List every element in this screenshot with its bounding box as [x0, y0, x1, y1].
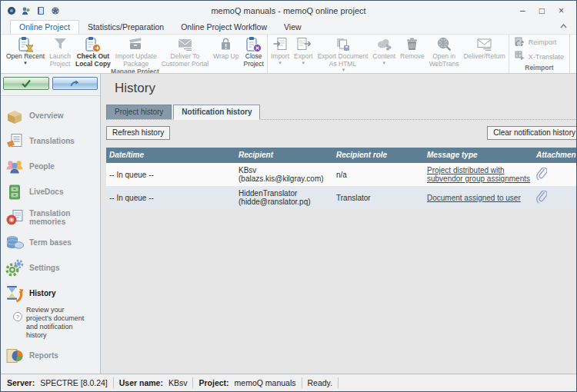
paperclip-icon[interactable] [536, 174, 547, 182]
table-row[interactable]: -- In queue -- HiddenTranslator (hidde@r… [106, 186, 577, 209]
window-controls: – □ × [520, 6, 570, 15]
tab-project-history[interactable]: Project history [106, 105, 172, 119]
message-type-link[interactable]: Document assigned to user [427, 194, 521, 202]
launch-project-button[interactable]: Launch Project [47, 35, 73, 68]
export-document-as-html-button[interactable]: Export Document As HTML ▾ [315, 35, 371, 72]
book-quick-icon[interactable] [36, 6, 45, 15]
refresh-arrow-icon [69, 77, 80, 91]
remove-label: Remove [400, 53, 425, 61]
ribbon-group-document: Import ▾ Export ▾ Export Document As HTM… [268, 35, 509, 73]
minimize-button[interactable]: – [520, 6, 525, 15]
x-translate-icon [515, 51, 525, 62]
deliver-to-customer-portal-button[interactable]: Deliver To Customer Portal [159, 35, 211, 68]
remove-button[interactable]: Remove [398, 35, 427, 72]
project-value: memoQ manuals [235, 378, 296, 387]
server-value: SPECTRE [8.0.24] [40, 378, 108, 387]
open-recent-button[interactable]: Open Recent ▾ [4, 35, 47, 68]
column-header-message-type[interactable]: Message type [424, 148, 533, 163]
column-header-datetime[interactable]: Date/time [106, 148, 235, 163]
reimport-label: Reimport [529, 38, 557, 46]
sidebar-item-translations[interactable]: Translations [1, 128, 100, 154]
export-icon [295, 36, 312, 52]
close-button[interactable]: × [559, 6, 564, 15]
help-icon[interactable]: ? [13, 312, 22, 321]
paperclip-icon[interactable] [536, 197, 547, 205]
deliver-return-label: Deliver/Return [463, 53, 505, 61]
refresh-history-button[interactable]: Refresh history [106, 126, 170, 140]
open-recent-icon [18, 36, 34, 52]
translations-icon [5, 131, 25, 151]
livedocs-icon [5, 182, 25, 202]
open-in-webtrans-button[interactable]: Open in WebTrans [427, 35, 462, 72]
status-bar: Server: SPECTRE [8.0.24] User name: KBsv… [1, 374, 576, 391]
wrap-up-button[interactable]: Wrap Up [211, 35, 241, 68]
sidebar-nav: Overview Translations People [1, 96, 100, 368]
ribbon-tab-view[interactable]: View [275, 21, 310, 34]
title-bar: memoQ manuals - memoQ online project – □… [1, 1, 576, 21]
table-header-row: Date/time Recipient Recipient role Messa… [106, 148, 577, 163]
ribbon-group-reimport: Reimport X-Translate Reimport [509, 35, 570, 73]
check-out-local-copy-button[interactable]: Check Out Local Copy [73, 35, 113, 68]
column-header-attachment[interactable]: Attachment [533, 148, 577, 163]
memoq-logo-icon[interactable] [7, 6, 16, 15]
dropdown-caret-icon: ▾ [278, 61, 282, 65]
cell-datetime: -- In queue -- [106, 169, 235, 181]
close-project-icon [245, 36, 262, 52]
ok-button[interactable] [3, 77, 49, 90]
sidebar-item-history[interactable]: History [1, 281, 100, 306]
statusbar-divider [302, 377, 302, 388]
open-in-webtrans-icon [436, 36, 452, 52]
message-type-link[interactable]: Project distributed with subvendor group… [427, 166, 530, 183]
sidebar-item-settings[interactable]: Settings [1, 255, 100, 281]
window-title: memoQ manuals - memoQ online project [1, 6, 576, 15]
deliver-return-button[interactable]: Deliver/Return [461, 35, 507, 72]
sidebar-item-translation-memories[interactable]: Translation memories [1, 204, 100, 230]
history-button-row: Refresh history Clear notification histo… [106, 126, 577, 140]
statusbar-divider [192, 377, 193, 388]
refresh-button[interactable] [52, 77, 98, 90]
x-translate-button[interactable]: X-Translate [515, 51, 564, 62]
maximize-button[interactable]: □ [539, 6, 545, 15]
dropdown-caret-icon: ▾ [24, 61, 27, 65]
overview-icon [5, 106, 25, 126]
check-out-local-copy-label: Check Out Local Copy [75, 53, 111, 68]
sidebar-item-reports[interactable]: Reports [1, 343, 100, 368]
user-name-label: User name: [119, 378, 163, 387]
dropdown-caret-icon: ▾ [382, 61, 385, 65]
import-update-package-label: Import Update Package [115, 53, 157, 68]
column-header-recipient-role[interactable]: Recipient role [333, 148, 424, 163]
sidebar-item-term-bases[interactable]: Term bases [1, 230, 100, 255]
deliver-return-icon [476, 36, 492, 52]
sidebar-item-overview[interactable]: Overview [1, 103, 100, 128]
translation-memories-icon [5, 208, 25, 228]
ribbon-tab-statistics-preparation[interactable]: Statistics/Preparation [79, 21, 172, 34]
table-row[interactable]: -- In queue -- KBsv (balazs.kis@kilgray.… [106, 163, 577, 186]
sidebar-action-buttons [1, 74, 100, 96]
remove-icon [404, 36, 420, 52]
x-translate-label: X-Translate [529, 53, 564, 61]
import-button[interactable]: Import ▾ [268, 35, 292, 72]
status-message: Ready. [308, 378, 333, 387]
deliver-to-customer-portal-label: Deliver To Customer Portal [162, 53, 208, 68]
wrap-up-label: Wrap Up [213, 53, 238, 61]
import-icon [272, 36, 288, 52]
project-label: Project: [198, 378, 228, 387]
tab-notification-history[interactable]: Notification history [173, 105, 260, 120]
ribbon-tab-online-project-workflow[interactable]: Online Project Workflow [172, 21, 275, 34]
collapse-ribbon-icon[interactable] [560, 18, 567, 32]
statusbar-divider [113, 377, 114, 388]
history-tab-bar: Project history Notification history [106, 105, 577, 120]
content-pane: History Project history Notification his… [101, 74, 577, 374]
export-button[interactable]: Export ▾ [292, 35, 315, 72]
content-button[interactable]: Content ▾ [370, 35, 398, 72]
reimport-button[interactable]: Reimport [515, 36, 564, 48]
ribbon-tab-online-project[interactable]: Online Project [10, 20, 79, 34]
close-project-button[interactable]: Close Project [241, 35, 265, 68]
clear-notification-history-button[interactable]: Clear notification history [487, 126, 577, 140]
sidebar-item-people[interactable]: People [1, 154, 100, 179]
column-header-recipient[interactable]: Recipient [235, 148, 333, 163]
gear-quick-icon[interactable] [51, 6, 60, 15]
sidebar-item-livedocs[interactable]: LiveDocs [1, 179, 100, 204]
import-update-package-button[interactable]: Import Update Package [113, 35, 159, 68]
people-quick-icon[interactable] [22, 6, 31, 15]
